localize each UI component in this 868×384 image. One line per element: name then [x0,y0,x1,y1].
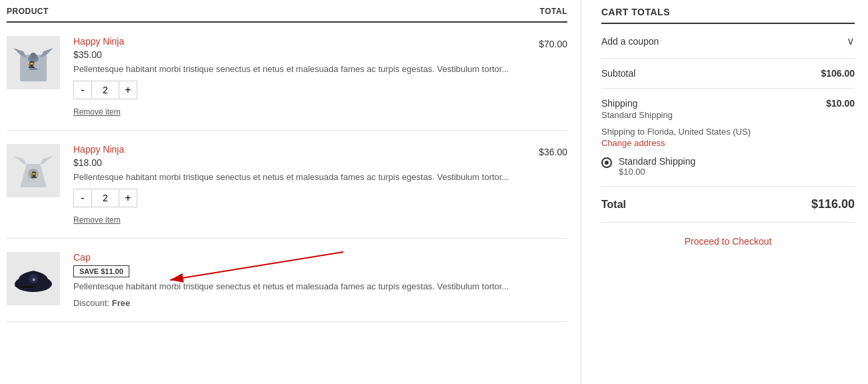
cap-image: ★ [12,261,55,297]
item-2-qty-minus[interactable]: - [73,189,92,207]
total-row: Total $116.00 [601,187,855,223]
item-1-total: $70.00 [514,36,567,49]
item-2-qty-input[interactable] [92,189,119,207]
svg-point-4 [30,53,37,59]
item-1-qty-plus[interactable]: + [119,81,137,99]
cart-totals-section: CART TOTALS Add a coupon ∨ Subtotal $106… [581,0,868,384]
product-image-1: 🥷 [7,36,60,89]
svg-marker-1 [13,48,27,58]
item-2-qty-plus[interactable]: + [119,189,137,207]
standard-shipping-price: $10.00 [619,167,695,177]
item-1-qty-input[interactable] [92,81,119,99]
standard-shipping-radio[interactable] [601,157,612,168]
cart-item-2: 🥷 Happy Ninja $18.00 Pellentesque habita… [7,131,567,239]
svg-text:★: ★ [31,277,35,283]
cart-item-1: 🥷 Happy Ninja $35.00 Pellentesque habita… [7,23,567,131]
item-2-quantity-control: - + [73,189,514,207]
radio-dot [605,161,609,165]
total-value: $116.00 [811,197,855,211]
shipping-label: Shipping [601,98,673,109]
proceed-to-checkout-button[interactable]: Proceed to Checkout [601,236,855,247]
shipping-left: Shipping Standard Shipping [601,98,673,120]
item-1-name-link[interactable]: Happy Ninja [73,36,514,47]
cart-item-3: ★ Cap SAVE $11.00 Pellentesque habitant … [7,239,567,322]
product-image-3: ★ [7,252,60,305]
product-column-header: PRODUCT [7,7,49,16]
item-1-remove-button[interactable]: Remove item [73,107,121,117]
shipping-option-standard[interactable]: Standard Shipping $10.00 [601,156,855,177]
shipping-value: $10.00 [826,98,855,109]
discount-label: Discount: [73,298,109,308]
product-image-2: 🥷 [7,144,60,197]
item-3-details: Cap SAVE $11.00 Pellentesque habitant mo… [73,252,567,308]
shipping-option-info: Standard Shipping $10.00 [619,156,695,177]
cart-section: PRODUCT TOTAL 🥷 Happy Ninja [0,0,581,384]
cart-totals-title: CART TOTALS [601,7,855,24]
subtotal-value: $106.00 [821,68,855,79]
svg-text:🥷: 🥷 [30,171,38,179]
item-1-price: $35.00 [73,49,514,60]
item-2-name-link[interactable]: Happy Ninja [73,144,514,155]
tshirt-image: 🥷 [13,151,53,191]
item-2-details: Happy Ninja $18.00 Pellentesque habitant… [73,144,514,225]
item-2-total: $36.00 [514,144,567,157]
coupon-label: Add a coupon [601,36,659,47]
coupon-row[interactable]: Add a coupon ∨ [601,24,855,59]
cart-table-header: PRODUCT TOTAL [7,7,567,23]
item-1-quantity-control: - + [73,81,514,99]
svg-marker-2 [40,48,53,58]
item-2-price: $18.00 [73,157,514,168]
item-1-details: Happy Ninja $35.00 Pellentesque habitant… [73,36,514,117]
shipping-type: Standard Shipping [601,110,673,120]
svg-rect-5 [29,68,37,70]
shipping-row: Shipping Standard Shipping $10.00 [601,98,855,120]
item-1-desc: Pellentesque habitant morbi tristique se… [73,64,514,74]
shipping-section: Shipping Standard Shipping $10.00 Shippi… [601,89,855,187]
item-3-desc: Pellentesque habitant morbi tristique se… [73,281,567,291]
item-1-qty-minus[interactable]: - [73,81,92,99]
item-2-desc: Pellentesque habitant morbi tristique se… [73,172,514,182]
save-badge: SAVE $11.00 [73,265,129,277]
item-3-discount: Discount: Free [73,298,567,308]
hoodie-image: 🥷 [13,41,53,85]
change-address-link[interactable]: Change address [601,138,855,148]
item-3-name-link[interactable]: Cap [73,252,567,263]
item-2-remove-button[interactable]: Remove item [73,215,121,225]
standard-shipping-label: Standard Shipping [619,156,695,167]
svg-text:🥷: 🥷 [27,60,36,69]
total-label: Total [601,199,626,211]
total-column-header: TOTAL [540,7,567,16]
subtotal-label: Subtotal [601,68,635,79]
shipping-to-text: Shipping to Florida, United States (US) [601,127,855,137]
discount-value: Free [112,298,130,308]
coupon-chevron-icon: ∨ [847,35,855,47]
subtotal-row: Subtotal $106.00 [601,59,855,89]
